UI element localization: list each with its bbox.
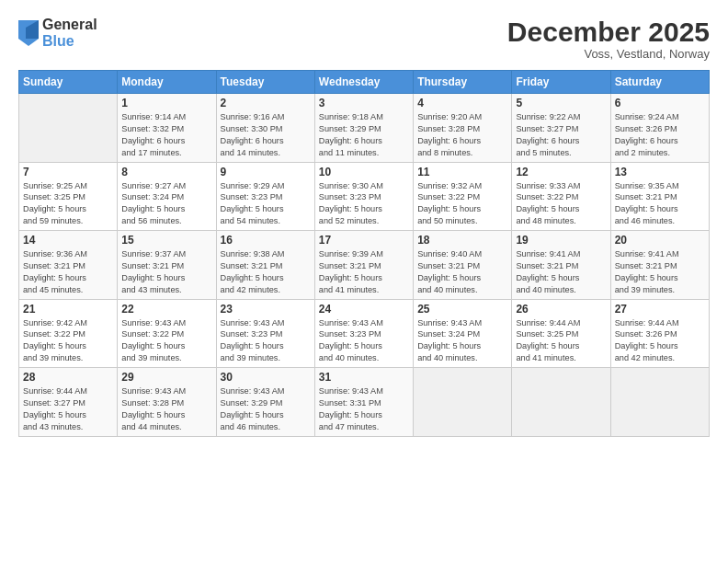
table-row: 26Sunrise: 9:44 AMSunset: 3:25 PMDayligh… (512, 299, 610, 368)
day-info: Sunrise: 9:42 AMSunset: 3:22 PMDaylight:… (23, 317, 113, 365)
day-number: 20 (615, 234, 705, 247)
day-info: Sunrise: 9:43 AMSunset: 3:29 PMDaylight:… (221, 385, 311, 433)
day-info: Sunrise: 9:44 AMSunset: 3:26 PMDaylight:… (615, 317, 705, 365)
day-info: Sunrise: 9:44 AMSunset: 3:25 PMDaylight:… (516, 317, 606, 365)
col-thursday: Thursday (414, 71, 512, 94)
table-row: 28Sunrise: 9:44 AMSunset: 3:27 PMDayligh… (19, 368, 118, 437)
calendar: Sunday Monday Tuesday Wednesday Thursday… (18, 70, 710, 437)
table-row: 3Sunrise: 9:18 AMSunset: 3:29 PMDaylight… (314, 94, 413, 163)
day-info: Sunrise: 9:32 AMSunset: 3:22 PMDaylight:… (417, 180, 507, 228)
day-number: 8 (121, 166, 211, 178)
logo-icon (18, 20, 39, 46)
calendar-week-row: 14Sunrise: 9:36 AMSunset: 3:21 PMDayligh… (19, 231, 710, 300)
subtitle: Voss, Vestland, Norway (507, 47, 710, 61)
calendar-week-row: 28Sunrise: 9:44 AMSunset: 3:27 PMDayligh… (19, 368, 710, 437)
day-number: 25 (417, 303, 507, 316)
logo-text: General Blue (42, 17, 97, 49)
day-number: 28 (23, 371, 113, 384)
day-number: 21 (23, 303, 113, 316)
day-number: 23 (221, 303, 311, 316)
calendar-header-row: Sunday Monday Tuesday Wednesday Thursday… (19, 71, 710, 94)
day-info: Sunrise: 9:35 AMSunset: 3:21 PMDaylight:… (615, 180, 705, 228)
day-info: Sunrise: 9:14 AMSunset: 3:32 PMDaylight:… (121, 111, 211, 159)
day-number: 3 (319, 97, 409, 109)
day-number: 14 (23, 234, 113, 247)
day-info: Sunrise: 9:40 AMSunset: 3:21 PMDaylight:… (417, 248, 507, 296)
table-row (414, 368, 512, 437)
table-row: 22Sunrise: 9:43 AMSunset: 3:22 PMDayligh… (118, 299, 216, 368)
table-row: 21Sunrise: 9:42 AMSunset: 3:22 PMDayligh… (19, 299, 118, 368)
table-row: 29Sunrise: 9:43 AMSunset: 3:28 PMDayligh… (118, 368, 216, 437)
day-info: Sunrise: 9:39 AMSunset: 3:21 PMDaylight:… (319, 248, 409, 296)
table-row: 9Sunrise: 9:29 AMSunset: 3:23 PMDaylight… (216, 162, 314, 231)
day-info: Sunrise: 9:43 AMSunset: 3:31 PMDaylight:… (319, 385, 409, 433)
logo: General Blue (18, 17, 97, 49)
day-number: 11 (417, 166, 507, 178)
table-row (610, 368, 709, 437)
logo-general: General (42, 17, 97, 33)
day-number: 29 (121, 371, 211, 384)
day-info: Sunrise: 9:44 AMSunset: 3:27 PMDaylight:… (23, 385, 113, 433)
day-number: 30 (221, 371, 311, 384)
day-info: Sunrise: 9:33 AMSunset: 3:22 PMDaylight:… (516, 180, 606, 228)
table-row: 27Sunrise: 9:44 AMSunset: 3:26 PMDayligh… (610, 299, 709, 368)
table-row: 10Sunrise: 9:30 AMSunset: 3:23 PMDayligh… (314, 162, 413, 231)
day-info: Sunrise: 9:43 AMSunset: 3:23 PMDaylight:… (319, 317, 409, 365)
table-row: 2Sunrise: 9:16 AMSunset: 3:30 PMDaylight… (216, 94, 314, 163)
day-number: 26 (516, 303, 606, 316)
day-number: 22 (121, 303, 211, 316)
day-info: Sunrise: 9:16 AMSunset: 3:30 PMDaylight:… (221, 111, 311, 159)
day-info: Sunrise: 9:43 AMSunset: 3:22 PMDaylight:… (121, 317, 211, 365)
day-info: Sunrise: 9:29 AMSunset: 3:23 PMDaylight:… (221, 180, 311, 228)
day-number: 27 (615, 303, 705, 316)
day-number: 17 (319, 234, 409, 247)
day-number: 10 (319, 166, 409, 178)
table-row: 31Sunrise: 9:43 AMSunset: 3:31 PMDayligh… (314, 368, 413, 437)
day-number: 4 (417, 97, 507, 109)
table-row: 7Sunrise: 9:25 AMSunset: 3:25 PMDaylight… (19, 162, 118, 231)
day-number: 12 (516, 166, 606, 178)
day-info: Sunrise: 9:41 AMSunset: 3:21 PMDaylight:… (615, 248, 705, 296)
table-row: 12Sunrise: 9:33 AMSunset: 3:22 PMDayligh… (512, 162, 610, 231)
day-info: Sunrise: 9:43 AMSunset: 3:24 PMDaylight:… (417, 317, 507, 365)
table-row: 17Sunrise: 9:39 AMSunset: 3:21 PMDayligh… (314, 231, 413, 300)
col-wednesday: Wednesday (314, 71, 413, 94)
table-row (19, 94, 118, 163)
day-info: Sunrise: 9:18 AMSunset: 3:29 PMDaylight:… (319, 111, 409, 159)
day-info: Sunrise: 9:38 AMSunset: 3:21 PMDaylight:… (221, 248, 311, 296)
day-number: 16 (221, 234, 311, 247)
table-row: 25Sunrise: 9:43 AMSunset: 3:24 PMDayligh… (414, 299, 512, 368)
table-row: 30Sunrise: 9:43 AMSunset: 3:29 PMDayligh… (216, 368, 314, 437)
table-row: 18Sunrise: 9:40 AMSunset: 3:21 PMDayligh… (414, 231, 512, 300)
col-tuesday: Tuesday (216, 71, 314, 94)
table-row: 6Sunrise: 9:24 AMSunset: 3:26 PMDaylight… (610, 94, 709, 163)
day-info: Sunrise: 9:25 AMSunset: 3:25 PMDaylight:… (23, 180, 113, 228)
day-number: 13 (615, 166, 705, 178)
day-info: Sunrise: 9:20 AMSunset: 3:28 PMDaylight:… (417, 111, 507, 159)
day-number: 1 (121, 97, 211, 109)
table-row: 24Sunrise: 9:43 AMSunset: 3:23 PMDayligh… (314, 299, 413, 368)
page: General Blue December 2025 Voss, Vestlan… (0, 0, 728, 563)
day-number: 6 (615, 97, 705, 109)
calendar-week-row: 21Sunrise: 9:42 AMSunset: 3:22 PMDayligh… (19, 299, 710, 368)
table-row: 13Sunrise: 9:35 AMSunset: 3:21 PMDayligh… (610, 162, 709, 231)
month-title: December 2025 (507, 17, 710, 47)
table-row: 1Sunrise: 9:14 AMSunset: 3:32 PMDaylight… (118, 94, 216, 163)
title-block: December 2025 Voss, Vestland, Norway (507, 17, 710, 61)
day-info: Sunrise: 9:41 AMSunset: 3:21 PMDaylight:… (516, 248, 606, 296)
header: General Blue December 2025 Voss, Vestlan… (18, 17, 710, 61)
table-row: 8Sunrise: 9:27 AMSunset: 3:24 PMDaylight… (118, 162, 216, 231)
day-info: Sunrise: 9:37 AMSunset: 3:21 PMDaylight:… (121, 248, 211, 296)
day-number: 15 (121, 234, 211, 247)
table-row: 15Sunrise: 9:37 AMSunset: 3:21 PMDayligh… (118, 231, 216, 300)
day-number: 7 (23, 166, 113, 178)
day-number: 9 (221, 166, 311, 178)
table-row: 16Sunrise: 9:38 AMSunset: 3:21 PMDayligh… (216, 231, 314, 300)
day-number: 2 (221, 97, 311, 109)
table-row: 5Sunrise: 9:22 AMSunset: 3:27 PMDaylight… (512, 94, 610, 163)
day-info: Sunrise: 9:43 AMSunset: 3:28 PMDaylight:… (121, 385, 211, 433)
col-friday: Friday (512, 71, 610, 94)
logo-blue: Blue (42, 33, 97, 50)
day-info: Sunrise: 9:43 AMSunset: 3:23 PMDaylight:… (221, 317, 311, 365)
day-number: 18 (417, 234, 507, 247)
